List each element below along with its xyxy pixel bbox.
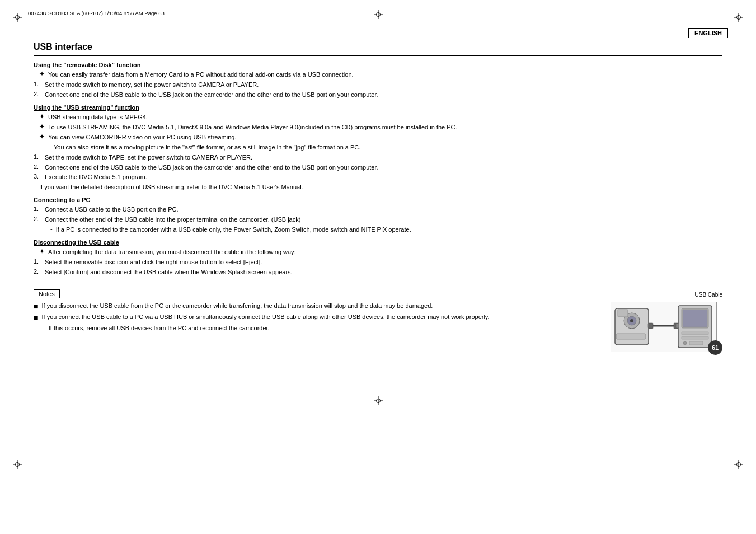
svg-rect-15 [676, 324, 679, 328]
cross-icon-5: ✦ [39, 247, 45, 255]
num-label: 2. [34, 216, 45, 222]
num-label: 2. [34, 163, 45, 170]
num-text: Connect the other end of the USB cable i… [45, 216, 300, 224]
num-text: Select [Confirm] and disconnect the USB … [45, 268, 293, 277]
note-sub-item: - If this occurs, remove all USB devices… [34, 324, 599, 333]
cross-icon-1: ✦ [39, 70, 45, 78]
streaming-footer-note: If you want the detailed description of … [34, 183, 722, 192]
sub-text: If a PC is connected to the camcorder wi… [56, 226, 411, 235]
num-text: Set the mode switch to memory, set the p… [45, 81, 259, 90]
num-label: 1. [34, 258, 45, 265]
numbered-connect-2: 2. Connect the other end of the USB cabl… [34, 216, 722, 224]
page-title: USB interface [34, 42, 722, 52]
note-text-2: If you connect the USB cable to a PC via… [41, 313, 489, 322]
svg-rect-14 [682, 336, 708, 339]
num-label: 3. [34, 173, 45, 180]
bullet-removable-1: ✦ You can easily transfer data from a Me… [34, 71, 722, 79]
section-heading-removable-disk: Using the "removable Disk" function [34, 62, 722, 68]
num-text: Connect one end of the USB cable to the … [45, 163, 378, 172]
streaming-indent-text: You can also store it as a moving pictur… [34, 143, 722, 152]
num-text: Execute the DVC Media 5.1 program. [45, 173, 147, 182]
section-heading-connecting: Connecting to a PC [34, 196, 722, 203]
note-sub-text: - If this occurs, remove all USB devices… [45, 324, 270, 333]
cross-icon-3: ✦ [39, 123, 45, 130]
num-text: Set the mode switch to TAPE, set the pow… [45, 153, 252, 162]
note-text-1: If you disconnect the USB cable from the… [41, 302, 433, 311]
bullet-text: USB streaming data type is MPEG4. [48, 113, 148, 122]
numbered-connect-1: 1. Connect a USB cable to the USB port o… [34, 205, 722, 214]
num-text: Connect one end of the USB cable to the … [45, 91, 378, 100]
title-underline [34, 55, 722, 56]
dash-icon: - [50, 226, 53, 232]
numbered-streaming-3: 3. Execute the DVC Media 5.1 program. [34, 173, 722, 182]
svg-rect-8 [649, 323, 653, 329]
numbered-disconnect-2: 2. Select [Confirm] and disconnect the U… [34, 268, 722, 277]
note-item-1: ■ If you disconnect the USB cable from t… [34, 302, 599, 311]
note-bullet-2: ■ [34, 313, 38, 322]
bullet-streaming-3: ✦ You can view CAMCORDER video on your P… [34, 133, 722, 142]
numbered-removable-2: 2. Connect one end of the USB cable to t… [34, 91, 722, 100]
numbered-removable-1: 1. Set the mode switch to memory, set th… [34, 81, 722, 90]
main-content: USB interface Using the "removable Disk"… [34, 42, 722, 467]
english-badge: ENGLISH [688, 28, 728, 38]
section-heading-disconnecting: Disconnecting the USB cable [34, 239, 722, 246]
svg-rect-13 [682, 332, 708, 335]
svg-point-3 [630, 319, 633, 322]
notes-text-col: ■ If you disconnect the USB cable from t… [34, 302, 599, 334]
reg-crosshair-tl [13, 13, 22, 22]
note-item-2: ■ If you connect the USB cable to a PC v… [34, 313, 599, 322]
page-container: 00743R SCD103 SEA (60~107) 1/10/04 8:56 … [0, 0, 756, 534]
usb-diagram [611, 302, 717, 352]
svg-rect-12 [683, 310, 707, 327]
cross-icon-4: ✦ [39, 133, 45, 140]
num-label: 1. [34, 153, 45, 160]
note-bullet-1: ■ [34, 302, 38, 311]
svg-point-16 [683, 341, 687, 345]
section-heading-usb-streaming: Using the "USB streaming" function [34, 104, 722, 111]
bullet-text-1: You can easily transfer data from a Memo… [48, 71, 354, 79]
reg-crosshair-tr [734, 13, 743, 22]
reg-crosshair-bl [13, 460, 22, 469]
header-meta: 00743R SCD103 SEA (60~107) 1/10/04 8:56 … [28, 10, 165, 16]
page-number-badge: 61 [708, 340, 722, 355]
sub-item-connect-1: - If a PC is connected to the camcorder … [34, 226, 722, 235]
svg-rect-4 [618, 310, 628, 317]
usb-cable-label: USB Cable [695, 292, 722, 298]
numbered-disconnect-1: 1. Select the removable disc icon and cl… [34, 258, 722, 267]
num-label: 1. [34, 205, 45, 212]
num-label: 2. [34, 268, 45, 275]
num-label: 2. [34, 91, 45, 97]
usb-diagram-svg [612, 303, 716, 350]
reg-crosshair-br [734, 460, 743, 469]
bullet-streaming-2: ✦ To use USB STREAMING, the DVC Media 5.… [34, 123, 722, 132]
bullet-text: You can view CAMCORDER video on your PC … [48, 133, 236, 142]
num-label: 1. [34, 81, 45, 87]
svg-rect-5 [616, 334, 646, 339]
bullet-streaming-1: ✦ USB streaming data type is MPEG4. [34, 113, 722, 122]
bullet-disconnect-1: ✦ After completing the data transmission… [34, 248, 722, 257]
notes-box: Notes [34, 289, 60, 298]
numbered-streaming-2: 2. Connect one end of the USB cable to t… [34, 163, 722, 172]
num-text: Select the removable disc icon and click… [45, 258, 262, 267]
notes-image-col: USB Cable [611, 302, 722, 352]
header-area: 00743R SCD103 SEA (60~107) 1/10/04 8:56 … [28, 10, 728, 32]
bullet-text: After completing the data transmission, … [48, 248, 296, 257]
bullet-text: To use USB STREAMING, the DVC Media 5.1,… [48, 123, 457, 132]
svg-rect-17 [689, 341, 703, 345]
notes-section: Notes ■ If you disconnect the USB cable … [34, 284, 722, 352]
num-text: Connect a USB cable to the USB port on t… [45, 205, 178, 214]
numbered-streaming-1: 1. Set the mode switch to TAPE, set the … [34, 153, 722, 162]
notes-content-area: ■ If you disconnect the USB cable from t… [34, 302, 722, 352]
cross-icon-2: ✦ [39, 113, 45, 120]
